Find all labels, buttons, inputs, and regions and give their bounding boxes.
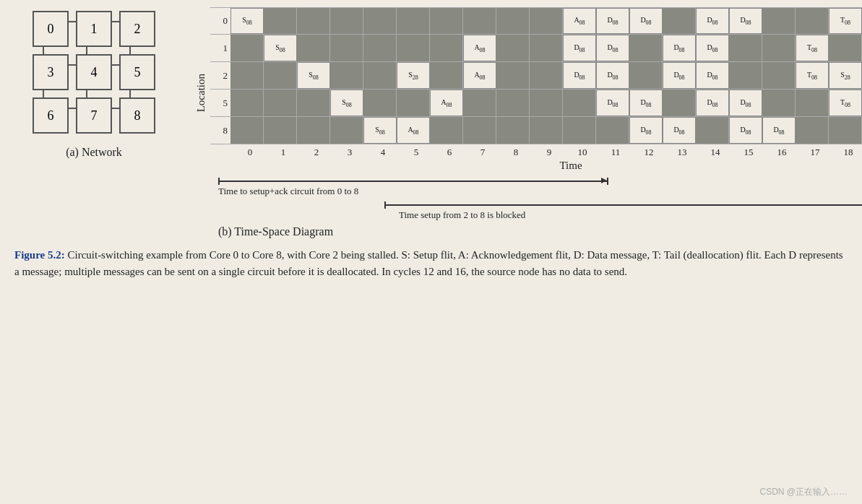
cell-2-7: A08 <box>463 62 496 89</box>
cell-2-10: D08 <box>563 62 596 89</box>
cell-8-6 <box>430 117 463 144</box>
cell-5-1 <box>264 90 297 116</box>
cell-label: D08 <box>640 126 651 136</box>
x-tick-2: 2 <box>300 147 333 158</box>
caption-text: Circuit-switching example from Core 0 to… <box>14 249 843 277</box>
cell-2-15 <box>729 62 762 89</box>
caption: Figure 5.2: Circuit-switching example fr… <box>14 247 848 281</box>
cell-label: D08 <box>673 43 684 53</box>
cell-0-17 <box>796 8 829 34</box>
cell-2-1 <box>264 62 297 89</box>
network-label: (a) Network <box>66 146 122 159</box>
cell-2-12 <box>629 62 663 89</box>
cell-label: D08 <box>640 98 651 108</box>
row-cells-0: S08A08D08D08D08D08T08 <box>230 8 862 34</box>
annotations: Time to setup+ack circuit from 0 to 8 <box>195 178 862 221</box>
cell-8-16: D08 <box>762 117 796 144</box>
cell-0-4 <box>363 8 397 34</box>
cell-0-16 <box>762 8 796 34</box>
x-tick-4: 4 <box>366 147 400 158</box>
cell-label: S28 <box>840 71 850 81</box>
cell-1-14: D08 <box>696 35 729 61</box>
cell-8-13: D08 <box>663 117 696 144</box>
cell-label: D08 <box>740 16 751 26</box>
cell-2-3 <box>330 62 363 89</box>
x-tick-15: 15 <box>732 147 765 158</box>
cell-label: T08 <box>807 71 817 81</box>
row-cells-8: S08A08D08D08D08D08T08 <box>230 117 862 144</box>
x-tick-0: 0 <box>233 147 267 158</box>
cell-0-0: S08 <box>230 8 264 34</box>
cell-label: A08 <box>474 43 485 53</box>
tsd-inner: Location 0S08A08D08D08D08D08T081S08A08D0… <box>195 7 862 172</box>
cell-2-16 <box>762 62 796 89</box>
cell-8-9 <box>530 117 563 144</box>
cell-8-3 <box>330 117 363 144</box>
x-tick-11: 11 <box>599 147 632 158</box>
tsd-grid-wrap: 0S08A08D08D08D08D08T081S08A08D08D08D08D0… <box>210 7 862 172</box>
tsd-row-loc-0: 0S08A08D08D08D08D08T08 <box>210 7 862 35</box>
cell-5-5 <box>397 90 430 116</box>
cell-2-8 <box>496 62 530 89</box>
row-cells-2: S08S28A08D08D08D08D08T08S28 <box>230 62 862 89</box>
cell-0-9 <box>530 8 563 34</box>
cell-label: D08 <box>740 98 751 108</box>
cell-label: T08 <box>807 43 817 53</box>
cell-2-2: S08 <box>297 62 330 89</box>
cell-5-17 <box>796 90 829 116</box>
network-graph: 0 1 2 3 4 5 <box>29 7 159 137</box>
timespace-section: Location 0S08A08D08D08D08D08T081S08A08D0… <box>195 7 862 238</box>
cell-1-2 <box>297 35 330 61</box>
cell-5-18: T08 <box>829 90 862 116</box>
cell-8-12: D08 <box>629 117 663 144</box>
tsd-row-loc-5: 5S08A08D08D08D08D08T08S28 <box>210 90 862 117</box>
cell-1-18 <box>829 35 862 61</box>
x-tick-9: 9 <box>533 147 566 158</box>
cell-label: D08 <box>574 43 585 53</box>
annot1-line: Time to setup+ack circuit from 0 to 8 <box>218 178 862 197</box>
row-cells-1: S08A08D08D08D08D08T08 <box>230 35 862 61</box>
cell-5-14: D08 <box>696 90 729 116</box>
x-axis-label: Time <box>210 160 862 172</box>
cell-label: D08 <box>707 71 717 81</box>
cell-0-2 <box>297 8 330 34</box>
x-tick-13: 13 <box>665 147 699 158</box>
cell-5-11: D08 <box>596 90 629 116</box>
cell-5-9 <box>530 90 563 116</box>
cell-0-1 <box>264 8 297 34</box>
cell-1-4 <box>363 35 397 61</box>
cell-label: T08 <box>840 16 850 26</box>
cell-8-11 <box>596 117 629 144</box>
cell-5-13 <box>663 90 696 116</box>
tsd-row-loc-8: 8S08A08D08D08D08D08T08 <box>210 117 862 144</box>
cell-0-8 <box>496 8 530 34</box>
node-6: 6 <box>33 97 69 134</box>
node-5: 5 <box>119 54 155 90</box>
cell-2-0 <box>230 62 264 89</box>
cell-1-12 <box>629 35 663 61</box>
cell-0-14: D08 <box>696 8 729 34</box>
cell-5-4 <box>363 90 397 116</box>
cell-8-8 <box>496 117 530 144</box>
cell-label: D08 <box>707 16 717 26</box>
node-0: 0 <box>33 11 69 47</box>
row-cells-5: S08A08D08D08D08D08T08S28 <box>230 90 862 116</box>
row-label-0: 0 <box>210 15 230 27</box>
cell-2-11: D08 <box>596 62 629 89</box>
x-tick-6: 6 <box>433 147 466 158</box>
cell-1-7: A08 <box>463 35 496 61</box>
cell-5-0 <box>230 90 264 116</box>
cell-label: S08 <box>242 16 252 26</box>
cell-label: D08 <box>640 16 651 26</box>
cell-label: D08 <box>673 126 684 136</box>
cell-5-6: A08 <box>430 90 463 116</box>
cell-label: S08 <box>275 43 285 53</box>
cell-2-13: D08 <box>663 62 696 89</box>
cell-5-10 <box>563 90 596 116</box>
cell-1-11: D08 <box>596 35 629 61</box>
node-4: 4 <box>76 54 112 90</box>
annot2-text: Time setup from 2 to 8 is blocked <box>399 209 862 221</box>
cell-5-15: D08 <box>729 90 762 116</box>
tsd-rows: 0S08A08D08D08D08D08T081S08A08D08D08D08D0… <box>210 7 862 144</box>
cell-1-1: S08 <box>264 35 297 61</box>
